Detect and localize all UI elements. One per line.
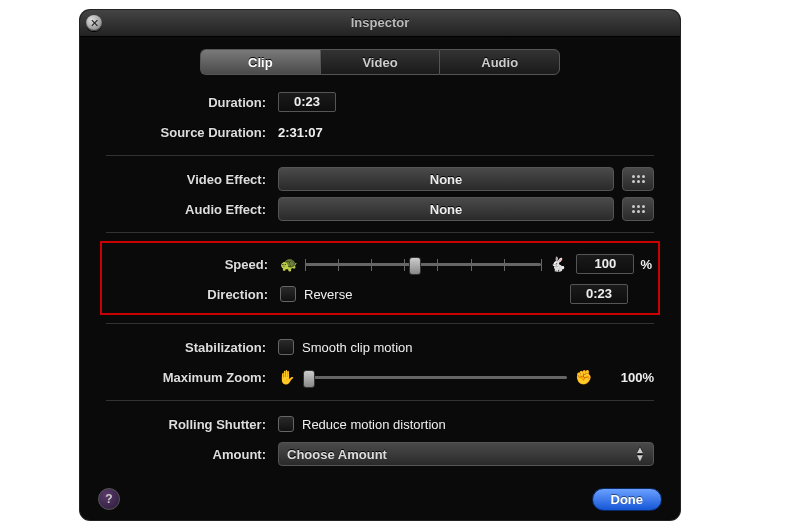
video-effect-button[interactable]: None [278, 167, 614, 191]
speed-slider[interactable] [305, 254, 541, 274]
divider [106, 232, 654, 233]
rabbit-icon: 🐇 [549, 256, 566, 272]
audio-effect-browser-button[interactable] [622, 197, 654, 221]
divider [106, 323, 654, 324]
done-button[interactable]: Done [592, 488, 663, 511]
duration-field[interactable]: 0:23 [278, 92, 336, 112]
source-duration-value: 2:31:07 [278, 125, 323, 140]
amount-select-value: Choose Amount [287, 447, 387, 462]
amount-label: Amount: [106, 447, 278, 462]
max-zoom-slider-thumb[interactable] [303, 370, 315, 388]
video-effect-label: Video Effect: [106, 172, 278, 187]
speed-label: Speed: [108, 257, 280, 272]
tab-video[interactable]: Video [320, 49, 440, 75]
hand-open-icon: ✋ [278, 369, 295, 385]
stabilization-checkbox-label: Smooth clip motion [302, 340, 413, 355]
duration-label: Duration: [106, 95, 278, 110]
reverse-checkbox-label: Reverse [304, 287, 352, 302]
tab-audio[interactable]: Audio [439, 49, 560, 75]
amount-select[interactable]: Choose Amount ▲▼ [278, 442, 654, 466]
divider [106, 155, 654, 156]
help-button[interactable]: ? [98, 488, 120, 510]
window-title: Inspector [80, 10, 680, 36]
turtle-icon: 🐢 [280, 256, 297, 272]
max-zoom-slider[interactable] [303, 367, 567, 387]
audio-effect-label: Audio Effect: [106, 202, 278, 217]
speed-slider-thumb[interactable] [409, 257, 421, 275]
direction-label: Direction: [108, 287, 280, 302]
tabs: Clip Video Audio [200, 49, 560, 75]
grid-icon [632, 205, 645, 213]
speed-percent-field[interactable]: 100 [576, 254, 634, 274]
grid-icon [632, 175, 645, 183]
video-effect-browser-button[interactable] [622, 167, 654, 191]
rolling-shutter-checkbox-label: Reduce motion distortion [302, 417, 446, 432]
direction-time-field[interactable]: 0:23 [570, 284, 628, 304]
source-duration-label: Source Duration: [106, 125, 278, 140]
stabilization-checkbox[interactable] [278, 339, 294, 355]
stabilization-label: Stabilization: [106, 340, 278, 355]
speed-section-highlight: Speed: 🐢 🐇 100 % Direction: Reverse [100, 241, 660, 315]
percent-unit: % [640, 257, 652, 272]
audio-effect-button[interactable]: None [278, 197, 614, 221]
reverse-checkbox[interactable] [280, 286, 296, 302]
max-zoom-label: Maximum Zoom: [106, 370, 278, 385]
max-zoom-value: 100% [598, 370, 654, 385]
rolling-shutter-checkbox[interactable] [278, 416, 294, 432]
titlebar: ✕ Inspector [80, 10, 680, 37]
tab-clip[interactable]: Clip [200, 49, 320, 75]
updown-arrows-icon: ▲▼ [635, 446, 645, 462]
divider [106, 400, 654, 401]
inspector-panel: ✕ Inspector Clip Video Audio Duration: 0… [80, 10, 680, 520]
hand-grab-icon: ✊ [575, 369, 592, 385]
rolling-shutter-label: Rolling Shutter: [106, 417, 278, 432]
